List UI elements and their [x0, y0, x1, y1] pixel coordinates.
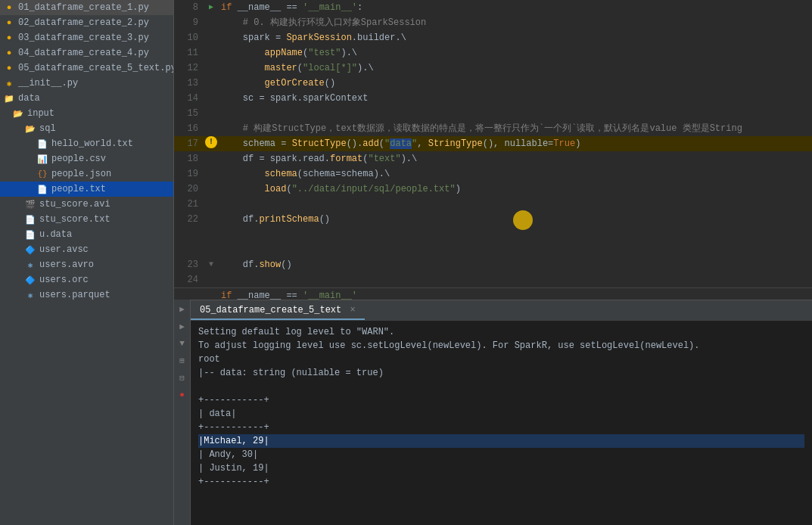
sidebar-item-stuavi[interactable]: 🎬 stu_score.avi: [0, 197, 173, 212]
code-line-17: 17 ! schema = StructType().add("data", S…: [174, 136, 812, 151]
folder-open-icon: 📁: [3, 92, 15, 104]
warning-indicator: !: [204, 136, 218, 148]
code-content: # 0. 构建执行环境入口对象SparkSession: [218, 15, 812, 30]
sidebar-item-init[interactable]: ✱ __init__.py: [0, 76, 173, 91]
code-content: if __name__ == '__main__': [218, 288, 812, 300]
sidebar-item-peopletxt[interactable]: 📄 people.txt: [0, 182, 173, 197]
code-lines: 8 ▶ if __name__ == '__main__': 9 # 0. 构建…: [174, 0, 812, 300]
sidebar-item-label: users.avro: [39, 259, 94, 270]
sidebar-item-py2[interactable]: ● 02_dataframe_create_2.py: [0, 15, 173, 30]
side-btn-4[interactable]: ⊞: [178, 354, 186, 367]
sidebar-item-label: u.data: [39, 229, 72, 240]
code-line-19: 19 schema(schema=schema).\: [174, 166, 812, 182]
side-btn-3[interactable]: ▼: [178, 337, 186, 349]
code-editor[interactable]: 8 ▶ if __name__ == '__main__': 9 # 0. 构建…: [174, 0, 812, 300]
sidebar-item-py5[interactable]: ● 05_dataframe_create_5_text.py: [0, 61, 173, 76]
run-btn-empty: ▼: [204, 257, 218, 272]
code-line-15: 15: [174, 106, 812, 121]
sidebar-item-label: 02_dataframe_create_2.py: [18, 17, 149, 28]
txt-icon: 📄: [36, 138, 48, 150]
terminal-tab-active[interactable]: 05_dataframe_create_5_text ×: [191, 302, 365, 320]
line-number: 13: [174, 76, 204, 91]
sidebar-item-sql[interactable]: 📂 sql: [0, 121, 173, 136]
sidebar-item-peoplejson[interactable]: {} people.json: [0, 166, 173, 182]
orc-icon: 🔷: [24, 274, 36, 286]
run-button[interactable]: ▶: [204, 0, 218, 15]
sidebar-item-label: users.parquet: [39, 290, 110, 300]
sidebar-item-label: stu_score.txt: [39, 214, 110, 225]
sidebar-item-stutxt[interactable]: 📄 stu_score.txt: [0, 212, 173, 227]
code-content: sc = spark.sparkContext: [218, 91, 812, 106]
sidebar-item-usersorc[interactable]: 🔷 users.orc: [0, 272, 173, 287]
csv-icon: 📊: [36, 153, 48, 165]
sidebar-item-label: user.avsc: [39, 244, 89, 255]
code-content: getOrCreate(): [218, 76, 812, 91]
python-icon: ✱: [3, 77, 15, 89]
terminal-tab-label: 05_dataframe_create_5_text: [200, 305, 341, 315]
sidebar-item-usersavro[interactable]: ✱ users.avro: [0, 257, 173, 272]
sidebar-item-label: 05_dataframe_create_5_text.py: [18, 63, 174, 73]
txt-icon: 📄: [36, 183, 48, 195]
sidebar-item-py4[interactable]: ● 04_dataframe_create_4.py: [0, 45, 173, 61]
side-btn-2[interactable]: ▶: [178, 320, 186, 333]
python-icon: ●: [3, 17, 15, 29]
code-line-16: 16 # 构建StructType，text数据源，读取数据的特点是，将一整行只…: [174, 121, 812, 136]
sidebar-item-udata[interactable]: 📄 u.data: [0, 227, 173, 242]
data-icon: 📄: [24, 228, 36, 241]
sidebar-item-label: stu_score.avi: [39, 199, 110, 210]
line-number: 8: [174, 0, 204, 15]
sidebar-item-label: hello_world.txt: [51, 138, 133, 149]
sidebar-item-peoplecsv[interactable]: 📊 people.csv: [0, 151, 173, 166]
sidebar-item-label: sql: [39, 123, 56, 134]
terminal-body[interactable]: Setting default log level to "WARN". To …: [191, 321, 812, 525]
line-number: 11: [174, 45, 204, 61]
folder-open-icon: 📂: [24, 123, 36, 135]
terminal-side-buttons: ▶ ▶ ▼ ⊞ ⊟ ●: [174, 300, 191, 525]
side-btn-5[interactable]: ⊟: [178, 371, 186, 384]
sidebar-item-label: 03_dataframe_create_3.py: [18, 33, 149, 43]
code-line-12: 12 master("local[*]").\: [174, 61, 812, 76]
code-line-9: 9 # 0. 构建执行环境入口对象SparkSession: [174, 15, 812, 30]
code-line-14: 14 sc = spark.sparkContext: [174, 91, 812, 106]
sidebar-item-input[interactable]: 📂 input: [0, 106, 173, 121]
terminal-line-9: | Andy, 30|: [198, 448, 804, 461]
avi-icon: 🎬: [24, 198, 36, 210]
terminal-highlighted-row: |Michael, 29|: [198, 434, 804, 448]
terminal-line-6: +-----------+: [198, 393, 804, 407]
terminal-line-10: | Justin, 19|: [198, 461, 804, 475]
code-content: schema(schema=schema).\: [218, 166, 812, 182]
sidebar-item-label: 04_dataframe_create_4.py: [18, 48, 149, 58]
line-number: 12: [174, 61, 204, 76]
code-line-8: 8 ▶ if __name__ == '__main__':: [174, 0, 812, 15]
sidebar-item-label: people.json: [51, 169, 111, 179]
side-btn-6[interactable]: ●: [178, 389, 186, 401]
line-number: 10: [174, 30, 204, 45]
sidebar-item-useravsc[interactable]: 🔷 user.avsc: [0, 242, 173, 257]
sidebar-item-hello[interactable]: 📄 hello_world.txt: [0, 136, 173, 151]
code-content: df.show(): [218, 257, 812, 272]
code-content: load("../data/input/sql/people.txt"): [218, 182, 812, 197]
avsc-icon: 🔷: [24, 244, 36, 256]
run-triangle-icon: ▶: [209, 0, 213, 15]
code-line-10: 10 spark = SparkSession.builder.\: [174, 30, 812, 45]
sidebar-item-py3[interactable]: ● 03_dataframe_create_3.py: [0, 30, 173, 45]
sidebar-item-label: users.orc: [39, 275, 89, 285]
side-btn-1[interactable]: ▶: [178, 303, 186, 315]
line-number: 16: [174, 121, 204, 136]
python-icon: ●: [3, 2, 15, 14]
python-icon: ●: [3, 62, 15, 74]
file-tree[interactable]: ● 01_dataframe_create_1.py ● 02_datafram…: [0, 0, 174, 525]
sidebar-item-usersparquet[interactable]: ✱ users.parquet: [0, 287, 173, 303]
sidebar-item-label: 01_dataframe_create_1.py: [18, 2, 149, 13]
code-line-13: 13 getOrCreate(): [174, 76, 812, 91]
terminal-close-button[interactable]: ×: [350, 305, 355, 315]
line-number: 24: [174, 272, 204, 287]
line-number: 23: [174, 257, 204, 272]
editor-area: 8 ▶ if __name__ == '__main__': 9 # 0. 构建…: [174, 0, 812, 525]
sidebar-item-data[interactable]: 📁 data: [0, 91, 173, 106]
line-number: 14: [174, 91, 204, 106]
line-number: 17: [174, 136, 204, 151]
terminal-line-5: [198, 380, 804, 393]
code-line-21: 21: [174, 197, 812, 212]
sidebar-item-py1[interactable]: ● 01_dataframe_create_1.py: [0, 0, 173, 15]
